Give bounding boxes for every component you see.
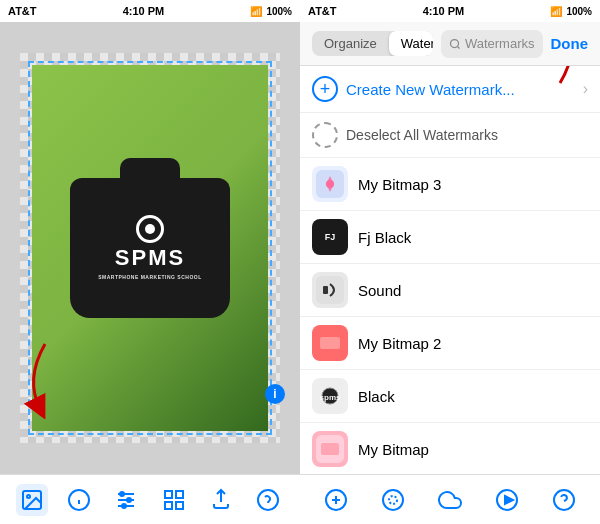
svg-point-6 (120, 492, 124, 496)
plus-circle-icon: + (312, 76, 338, 102)
watermark-icon-mybm3 (312, 166, 348, 202)
time-right: 4:10 PM (423, 5, 465, 17)
dashed-circle-icon (312, 122, 338, 148)
left-panel: AT&T 4:10 PM 📶 100% SPMS SMARTPHONE MARK… (0, 0, 300, 524)
bottom-toolbar-left (0, 474, 300, 524)
bag-mock: SPMS SMARTPHONE MARKETING SCHOOL (60, 158, 240, 338)
watermark-item-mybm3[interactable]: My Bitmap 3 (300, 158, 600, 211)
toolbar-grid-icon[interactable] (158, 484, 190, 516)
create-new-label: Create New Watermark... (346, 81, 515, 98)
svg-point-21 (326, 180, 334, 188)
watermark-label-black: Black (358, 388, 588, 405)
watermarks-tab[interactable]: Watermarks (389, 31, 433, 56)
svg-point-51 (389, 496, 397, 504)
svg-rect-14 (176, 502, 183, 509)
deselect-label: Deselect All Watermarks (346, 127, 498, 143)
product-image: SPMS SMARTPHONE MARKETING SCHOOL (32, 65, 268, 431)
svg-rect-22 (316, 276, 344, 304)
done-button[interactable]: Done (551, 35, 589, 52)
toolbar-sliders-icon[interactable] (110, 484, 142, 516)
svg-rect-25 (320, 337, 340, 349)
create-new-watermark-row[interactable]: + Create New Watermark... › (300, 66, 600, 113)
watermark-item-fj[interactable]: FJ Fj Black (300, 211, 600, 264)
svg-point-8 (127, 498, 131, 502)
svg-rect-11 (165, 491, 172, 498)
time-left: 4:10 PM (123, 5, 165, 17)
nav-segment: Organize Watermarks (312, 31, 433, 56)
svg-rect-13 (165, 502, 172, 509)
svg-marker-53 (505, 496, 513, 504)
chevron-right-icon: › (583, 80, 588, 98)
search-icon (449, 38, 461, 50)
watermark-label-mybm2: My Bitmap 2 (358, 335, 588, 352)
svg-point-50 (383, 490, 403, 510)
cloud-button[interactable] (434, 484, 466, 516)
svg-rect-12 (176, 491, 183, 498)
watermark-label-mybm: My Bitmap (358, 441, 588, 458)
watermark-icon-sound (312, 272, 348, 308)
deselect-all-row[interactable]: Deselect All Watermarks (300, 113, 600, 158)
svg-point-17 (450, 39, 458, 47)
watermark-item-mybm[interactable]: My Bitmap (300, 423, 600, 474)
right-panel: AT&T 4:10 PM 📶 100% Organize Watermarks … (300, 0, 600, 524)
svg-point-10 (122, 504, 126, 508)
svg-line-18 (457, 46, 459, 48)
checker-background: SPMS SMARTPHONE MARKETING SCHOOL (20, 53, 280, 443)
bitmap3-preview (316, 170, 344, 198)
svg-text:spms: spms (320, 393, 341, 402)
search-placeholder: Watermarks (465, 36, 535, 51)
svg-point-1 (27, 495, 30, 498)
svg-rect-30 (321, 443, 339, 455)
battery-right: 📶 100% (550, 6, 592, 17)
watermark-list: + Create New Watermark... › Deselect All… (300, 66, 600, 474)
watermark-label-fj: Fj Black (358, 229, 588, 246)
svg-point-15 (258, 490, 278, 510)
carrier-right: AT&T (308, 5, 337, 17)
spms-circle (136, 215, 164, 243)
carrier-left: AT&T (8, 5, 37, 17)
top-nav: Organize Watermarks Watermarks Done (300, 22, 600, 66)
watermark-item-sound[interactable]: Sound (300, 264, 600, 317)
play-button[interactable] (491, 484, 523, 516)
watermark-label-mybm3: My Bitmap 3 (358, 176, 588, 193)
spms-logo: SPMS SMARTPHONE MARKETING SCHOOL (98, 215, 202, 281)
status-bar-right: AT&T 4:10 PM 📶 100% (300, 0, 600, 22)
watermark-item-black[interactable]: spms Black (300, 370, 600, 423)
toolbar-image-icon[interactable] (16, 484, 48, 516)
crop-button[interactable] (377, 484, 409, 516)
image-canvas: SPMS SMARTPHONE MARKETING SCHOOL i (0, 22, 300, 474)
svg-rect-23 (323, 286, 328, 294)
watermark-item-mybm2[interactable]: My Bitmap 2 (300, 317, 600, 370)
toolbar-share-icon[interactable] (205, 484, 237, 516)
watermark-icon-mybm2 (312, 325, 348, 361)
watermark-icon-black: spms (312, 378, 348, 414)
bottom-toolbar-right (300, 474, 600, 524)
bag-shape: SPMS SMARTPHONE MARKETING SCHOOL (70, 178, 230, 318)
search-box[interactable]: Watermarks (441, 30, 543, 58)
info-indicator[interactable]: i (265, 384, 285, 404)
toolbar-info-icon[interactable] (63, 484, 95, 516)
battery-left: 📶 100% (250, 6, 292, 17)
watermark-icon-fj: FJ (312, 219, 348, 255)
status-bar-left: AT&T 4:10 PM 📶 100% (0, 0, 300, 22)
add-watermark-button[interactable] (320, 484, 352, 516)
watermark-icon-mybm (312, 431, 348, 467)
help-button[interactable] (548, 484, 580, 516)
watermark-label-sound: Sound (358, 282, 588, 299)
toolbar-help-icon[interactable] (252, 484, 284, 516)
organize-tab[interactable]: Organize (312, 31, 389, 56)
